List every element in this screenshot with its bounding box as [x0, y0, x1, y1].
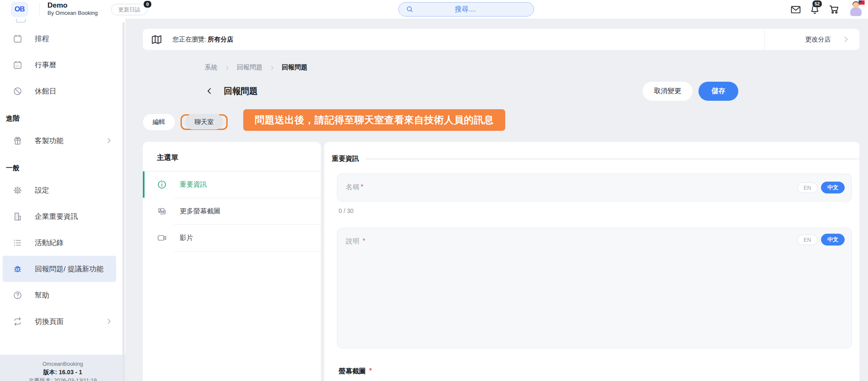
cancel-changes-button[interactable]: 取消變更	[643, 82, 693, 101]
search-bar[interactable]	[398, 2, 534, 17]
back-button[interactable]	[205, 87, 214, 95]
bug-icon	[13, 264, 22, 274]
ban-icon	[13, 86, 22, 96]
question-circle-icon	[13, 290, 22, 300]
sidebar-partial-item-icon	[16, 19, 25, 22]
branch-viewing-text: 您正在瀏覽: 所有分店	[172, 36, 233, 44]
footer-version: 版本: 16.03 - 1	[0, 368, 125, 376]
branch-viewing-value: 所有分店	[208, 36, 233, 43]
changelog-button[interactable]: 更新日誌 0	[111, 4, 147, 15]
info-circle-icon	[157, 179, 167, 190]
changelog-label: 更新日誌	[118, 6, 140, 14]
sidebar-section-advanced: 進階	[0, 104, 122, 127]
calendar-icon	[13, 34, 22, 44]
sidebar-item-settings[interactable]: 設定	[0, 177, 122, 203]
required-asterisk: *	[362, 237, 365, 245]
page-title: 回報問題	[224, 86, 258, 97]
sidebar-item-report-issue[interactable]: 回報問題/ 提議新功能	[3, 256, 116, 282]
breadcrumb-current: 回報問題	[282, 64, 307, 72]
page-title-row: 回報問題 取消變更 儲存	[205, 81, 860, 101]
name-char-counter: 0 / 30	[339, 207, 860, 214]
sidebar-item-company-info[interactable]: 企業重要資訊	[0, 203, 122, 229]
breadcrumb-report-issue[interactable]: 回報問題	[237, 64, 262, 72]
app-titles: Demo By Omcean Booking	[47, 1, 98, 17]
tab-edit[interactable]: 編輯	[143, 114, 175, 130]
divider	[365, 159, 860, 159]
sidebar-item-closed-days[interactable]: 休館日	[0, 78, 122, 104]
footer-minor-version: 次要版本: 2026-03-13|11:19	[0, 376, 125, 381]
app-title: Demo	[47, 1, 98, 10]
main-menu-panel: 主選單 重要資訊 更多螢幕截圖 影片	[143, 142, 321, 381]
menu-item-important-info[interactable]: 重要資訊	[143, 171, 321, 198]
sidebar-item-activity-log[interactable]: 活動紀錄	[0, 229, 122, 256]
breadcrumb-system[interactable]: 系統	[205, 64, 217, 72]
sidebar-section-general: 一般	[0, 154, 122, 177]
required-asterisk: *	[369, 367, 372, 376]
chevron-right-icon	[105, 137, 113, 144]
chevron-right-icon	[842, 35, 850, 44]
top-bar: OB Demo By Omcean Booking 更新日誌 0 52	[0, 0, 868, 19]
tabs-row: 編輯 聊天室 問題送出後，請記得至聊天室查看來自技術人員的訊息	[143, 108, 505, 135]
app-logo: OB	[11, 2, 28, 17]
chevron-right-icon	[269, 65, 275, 71]
sidebar-footer: OmceanBooking 版本: 16.03 - 1 次要版本: 2026-0…	[0, 355, 125, 381]
sidebar-item-calendar[interactable]: 行事曆	[0, 52, 122, 78]
lang-toggle-zh[interactable]: 中文	[821, 182, 845, 193]
search-input[interactable]	[414, 6, 534, 13]
swap-arrows-icon	[13, 317, 22, 326]
chat-reminder-banner: 問題送出後，請記得至聊天室查看來自技術人員的訊息	[243, 109, 505, 131]
name-placeholder: 名稱*	[346, 183, 363, 192]
menu-item-video[interactable]: 影片	[143, 225, 321, 251]
chevron-right-icon	[105, 318, 113, 325]
calendar-dates-icon	[13, 60, 22, 70]
notifications-badge: 52	[812, 0, 822, 7]
taiwan-flag-badge	[859, 0, 865, 5]
main-content: 您正在瀏覽: 所有分店 更改分店 系統 回報問題 回報問題 回報問題 取消變更 …	[125, 19, 868, 381]
screenshot-label: 螢幕截圖 *	[339, 367, 860, 376]
list-icon	[13, 238, 22, 248]
lang-toggle-zh[interactable]: 中文	[821, 234, 845, 246]
app-logo-text: OB	[14, 5, 25, 14]
tab-chat[interactable]: 聊天室	[185, 114, 223, 130]
required-asterisk: *	[361, 183, 363, 190]
description-placeholder: 說明 *	[346, 237, 365, 246]
gear-icon	[13, 185, 22, 195]
footer-brand: OmceanBooking	[0, 360, 125, 368]
form-section-title: 重要資訊	[332, 155, 359, 163]
save-button[interactable]: 儲存	[698, 82, 738, 101]
divider	[174, 251, 321, 251]
building-icon	[13, 212, 22, 221]
menu-item-more-screenshots[interactable]: 更多螢幕截圖	[143, 198, 321, 224]
app-subtitle: By Omcean Booking	[47, 10, 98, 17]
sidebar-item-switch-page[interactable]: 切換頁面	[0, 308, 122, 334]
chevron-right-icon	[224, 65, 230, 71]
important-info-form-panel: 重要資訊 名稱* EN 中文 0 / 30 說明 * EN 中文	[324, 142, 860, 381]
branch-bar: 您正在瀏覽: 所有分店 更改分店	[143, 29, 860, 50]
photos-icon	[157, 206, 167, 216]
form-section-header: 重要資訊	[332, 155, 860, 163]
cart-icon[interactable]	[828, 3, 840, 15]
user-avatar[interactable]	[848, 1, 865, 19]
breadcrumb: 系統 回報問題 回報問題	[205, 64, 307, 72]
lang-toggle-en[interactable]: EN	[797, 182, 818, 193]
sidebar-item-help[interactable]: 幫助	[0, 282, 122, 308]
video-camera-icon	[157, 233, 167, 243]
topbar-divider	[39, 3, 40, 16]
mail-icon[interactable]	[790, 4, 801, 15]
notifications-bell-icon[interactable]: 52	[809, 4, 821, 15]
change-branch-button[interactable]: 更改分店	[764, 29, 860, 50]
chat-tab-highlight-box: 聊天室	[181, 114, 228, 130]
sidebar-scrollbar[interactable]	[122, 22, 125, 381]
changelog-badge: 0	[144, 1, 151, 8]
gift-icon	[13, 136, 22, 146]
menu-panel-title: 主選單	[143, 142, 321, 163]
sidebar-item-schedule[interactable]: 排程	[0, 25, 122, 52]
avatar-body	[850, 8, 862, 16]
description-textarea-field[interactable]: 說明 * EN 中文	[337, 228, 852, 348]
map-icon	[151, 34, 162, 45]
lang-toggle-en[interactable]: EN	[797, 235, 818, 245]
search-icon	[406, 5, 414, 14]
sidebar-item-custom-features[interactable]: 客製功能	[0, 127, 122, 154]
name-input-field[interactable]: 名稱* EN 中文	[337, 174, 852, 202]
sidebar-nav: 排程 行事曆 休館日 進階 客製功能 一般	[0, 19, 125, 381]
